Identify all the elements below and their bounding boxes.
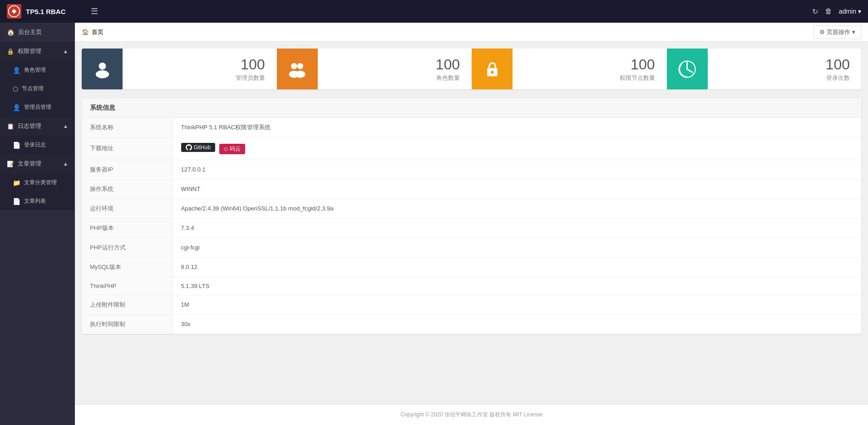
sidebar-section-article-header[interactable]: 📝 文章管理 ▲	[0, 154, 75, 173]
dropdown-arrow-icon: ▾	[852, 29, 855, 35]
chevron-up-icon-article: ▲	[63, 161, 68, 166]
sidebar-item-home[interactable]: 🏠 后台主页	[0, 23, 75, 42]
log-icon: 📋	[7, 123, 14, 130]
breadcrumb-bar: 🏠 首页 ⚙ 页面操作 ▾	[75, 23, 868, 42]
sidebar-home-label: 后台主页	[18, 28, 42, 36]
home-icon: 🏠	[7, 29, 15, 36]
info-value: cgi-fcgi	[173, 238, 861, 257]
github-label: GitHub	[194, 144, 211, 151]
layout: 🏠 后台主页 🔒 权限管理 ▲ 👤 角色管理 ⬡ 节点管理 👤	[0, 23, 868, 425]
footer: Copyright © 2020 张绍平网络工作室 版权所有 MIT Licen…	[75, 404, 868, 425]
gear-icon: ⚙	[819, 29, 825, 35]
stat-icon-permission	[472, 49, 513, 89]
table-row: 执行时间限制 30s	[82, 314, 861, 334]
article-icon: 📝	[7, 161, 14, 167]
table-row: 上传附件限制 1M	[82, 295, 861, 314]
refresh-icon[interactable]: ↻	[812, 7, 818, 16]
info-key: 服务器IP	[82, 160, 173, 179]
trash-icon[interactable]: 🗑	[825, 7, 832, 15]
info-key: 系统名称	[82, 118, 173, 137]
sidebar-toggle-button[interactable]: ☰	[86, 4, 103, 19]
page-actions-button[interactable]: ⚙ 页面操作 ▾	[814, 25, 861, 39]
table-row: ThinkPHP 5.1.39 LTS	[82, 277, 861, 295]
sidebar-item-admin[interactable]: 👤 管理员管理	[0, 98, 75, 117]
sidebar-role-label: 角色管理	[24, 66, 46, 74]
stat-number-login: 100	[826, 56, 850, 73]
sidebar-item-login-log[interactable]: 📄 登录日志	[0, 136, 75, 154]
stats-row: 100 管理员数量	[82, 49, 861, 89]
info-key: PHP版本	[82, 218, 173, 238]
github-badge[interactable]: GitHub	[181, 143, 215, 152]
info-key: PHP运行方式	[82, 238, 173, 257]
breadcrumb-home-icon: 🏠	[82, 29, 89, 35]
sidebar-section-log: 📋 日志管理 ▲ 📄 登录日志	[0, 117, 75, 154]
svg-point-1	[99, 62, 106, 69]
info-key: 运行环境	[82, 199, 173, 218]
footer-text: Copyright © 2020 张绍平网络工作室 版权所有 MIT Licen…	[400, 411, 542, 418]
sidebar-section-permission: 🔒 权限管理 ▲ 👤 角色管理 ⬡ 节点管理 👤 管理员管理	[0, 42, 75, 117]
diamond-icon: ◇	[224, 146, 228, 152]
info-key: 执行时间限制	[82, 314, 173, 334]
sidebar-item-node[interactable]: ⬡ 节点管理	[0, 79, 75, 98]
sidebar-item-article-list[interactable]: 📄 文章列表	[0, 192, 75, 210]
gitee-badge[interactable]: ◇ 码云	[219, 144, 245, 154]
info-value: 5.1.39 LTS	[173, 277, 861, 295]
info-value: ThinkPHP 5.1 RBAC权限管理系统	[173, 118, 861, 137]
sidebar-section-log-header[interactable]: 📋 日志管理 ▲	[0, 117, 75, 136]
table-row: PHP版本 7.3.4	[82, 218, 861, 238]
info-value: 30s	[173, 314, 861, 334]
sidebar-item-article-category[interactable]: 📁 文章分类管理	[0, 173, 75, 192]
sidebar-log-label: 日志管理	[18, 122, 41, 130]
stat-label-permission: 权限节点数量	[620, 74, 655, 82]
navbar: TP5.1 RBAC ☰ ↻ 🗑 admin ▾	[0, 0, 868, 23]
info-value: 1M	[173, 295, 861, 314]
info-card: 系统信息 系统名称 ThinkPHP 5.1 RBAC权限管理系统 下载地址	[82, 98, 861, 334]
navbar-right: ↻ 🗑 admin ▾	[812, 7, 861, 16]
stat-card-permission: 100 权限节点数量	[472, 49, 666, 89]
gitee-label: 码云	[230, 145, 241, 153]
sidebar: 🏠 后台主页 🔒 权限管理 ▲ 👤 角色管理 ⬡ 节点管理 👤	[0, 23, 75, 425]
table-row: 服务器IP 127.0.0.1	[82, 160, 861, 179]
sidebar-permission-label: 权限管理	[18, 47, 41, 55]
lock-icon: 🔒	[7, 48, 14, 55]
info-key: ThinkPHP	[82, 277, 173, 295]
brand-logo	[7, 4, 21, 19]
sidebar-sub-article: 📁 文章分类管理 📄 文章列表	[0, 173, 75, 210]
list-icon: 📄	[13, 198, 20, 205]
stat-label-admin: 管理员数量	[236, 74, 265, 82]
sidebar-login-log-label: 登录日志	[24, 141, 46, 149]
svg-point-3	[291, 63, 297, 69]
admin-dropdown[interactable]: admin ▾	[839, 8, 861, 15]
info-value: 127.0.0.1	[173, 160, 861, 179]
table-row: 运行环境 Apache/2.4.39 (Win64) OpenSSL/1.1.1…	[82, 199, 861, 218]
sidebar-section-permission-header[interactable]: 🔒 权限管理 ▲	[0, 42, 75, 61]
page-actions-label: 页面操作	[827, 28, 850, 36]
content: 100 管理员数量	[75, 42, 868, 404]
admin-label: admin	[839, 8, 856, 15]
svg-point-4	[297, 63, 304, 69]
stat-info-login: 100 登录次数	[708, 56, 862, 82]
dropdown-arrow-icon: ▾	[858, 8, 861, 15]
svg-point-8	[491, 70, 494, 73]
main-area: 🏠 首页 ⚙ 页面操作 ▾	[75, 23, 868, 425]
chevron-up-icon-log: ▲	[63, 123, 68, 129]
stat-card-login: 100 登录次数	[667, 49, 862, 89]
folder-icon: 📁	[13, 179, 20, 186]
sidebar-sub-permission: 👤 角色管理 ⬡ 节点管理 👤 管理员管理	[0, 61, 75, 117]
table-row: PHP运行方式 cgi-fcgi	[82, 238, 861, 257]
sidebar-article-list-label: 文章列表	[24, 197, 46, 205]
stat-icon-admin	[82, 49, 123, 89]
stat-number-admin: 100	[241, 56, 265, 73]
info-key: 操作系统	[82, 179, 173, 199]
svg-point-6	[295, 70, 306, 78]
stat-card-role: 100 角色数量	[277, 49, 472, 89]
info-key: 下载地址	[82, 137, 173, 160]
stat-info-permission: 100 权限节点数量	[513, 56, 666, 82]
sidebar-item-role[interactable]: 👤 角色管理	[0, 61, 75, 79]
sidebar-section-article: 📝 文章管理 ▲ 📁 文章分类管理 📄 文章列表	[0, 154, 75, 210]
user-icon: 👤	[13, 67, 20, 74]
brand: TP5.1 RBAC	[7, 4, 82, 19]
admin-icon: 👤	[13, 104, 20, 111]
stat-info-role: 100 角色数量	[318, 56, 472, 82]
stat-icon-role	[277, 49, 318, 89]
